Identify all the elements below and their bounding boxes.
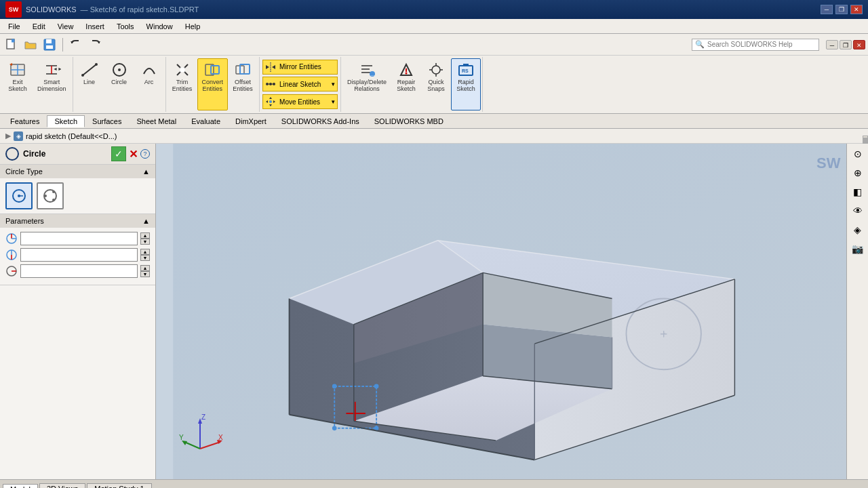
linear-sketch-icon [264,78,277,90]
new-button[interactable] [3,36,20,54]
y-coord-input[interactable]: 0.00 [20,248,138,262]
zoom-fit-button[interactable]: ⊕ [849,164,867,182]
perimeter-circle-button[interactable] [37,182,64,209]
view-orient-button[interactable]: ⊙ [849,145,867,163]
view-3d-button[interactable]: ◈ [849,221,867,239]
tab-sketch[interactable]: Sketch [47,115,85,127]
camera-button[interactable]: 📷 [849,240,867,258]
menu-file[interactable]: File [3,21,26,32]
tab-dimxpert[interactable]: DimXpert [228,115,274,127]
bottom-tabs: Model 3D Views Motion Study 1 [0,479,868,488]
title-file: — Sketch6 of rapid sketch.SLDPRT [81,5,199,14]
sketch-toolbar: ExitSketch ◄► SmartDimension [0,56,868,113]
tab-solidworks-mbd[interactable]: SOLIDWORKS MBD [367,115,451,127]
circle-button[interactable]: Circle [104,58,134,110]
parameters-header[interactable]: Parameters ▲ [0,214,155,228]
hide-show-button[interactable]: 👁 [849,202,867,220]
window-restore[interactable]: ❐ [840,40,852,49]
search-icon: 🔍 [695,40,705,49]
tab-3d-views[interactable]: 3D Views [39,483,85,488]
display-style-button[interactable]: ◧ [849,183,867,201]
radius-spin-up[interactable]: ▲ [140,265,150,271]
menu-window[interactable]: Window [141,21,178,32]
menu-tools[interactable]: Tools [111,21,140,32]
breadcrumb-icon: ◈ [14,131,23,141]
menu-view[interactable]: View [52,21,79,32]
quick-snaps-button[interactable]: QuickSnaps [421,58,451,110]
circle-type-buttons [5,182,150,209]
tab-solidworks-addins[interactable]: SOLIDWORKS Add-Ins [274,115,367,127]
menu-edit[interactable]: Edit [27,21,51,32]
undo-button[interactable] [67,36,85,54]
tab-features[interactable]: Features [3,115,47,127]
x-coord-input[interactable]: 0.00 [20,232,138,245]
radius-spinner[interactable]: ▲ ▼ [140,265,150,277]
svg-point-37 [432,66,440,74]
exit-sketch-button[interactable]: ExitSketch [3,58,33,110]
trim-button[interactable]: TrimEntities [167,58,197,110]
x-spin-down[interactable]: ▼ [140,239,150,245]
svg-rect-18 [180,68,184,72]
offset-button[interactable]: OffsetEntities [228,58,258,110]
arc-button[interactable]: Arc [134,58,164,110]
linear-dropdown-icon[interactable]: ▼ [330,81,336,87]
linear-sketch-button[interactable]: Linear Sketch ▼ [262,77,338,92]
tab-motion-study[interactable]: Motion Study 1 [87,483,151,488]
circle-type-collapse-icon: ▲ [142,167,150,176]
x-spin-up[interactable]: ▲ [140,232,150,239]
y-spin-down[interactable]: ▼ [140,255,150,261]
radius-spin-down[interactable]: ▼ [140,271,150,277]
left-panel: Circle ✓ ✕ ? Circle Type ▲ [0,144,156,479]
tab-evaluate[interactable]: Evaluate [184,115,228,127]
repair-sketch-button[interactable]: RepairSketch [391,58,421,110]
restore-button[interactable]: ❐ [835,5,848,14]
y-spin-up[interactable]: ▲ [140,249,150,255]
sw-watermark: SW [814,149,841,178]
smart-dim-button[interactable]: ◄► SmartDimension [33,58,71,110]
line-button[interactable]: Line [75,58,104,110]
tab-sheet-metal[interactable]: Sheet Metal [129,115,184,127]
accept-button[interactable]: ✓ [111,146,126,161]
3d-viewport-svg [156,144,868,479]
search-input[interactable] [707,39,816,50]
tab-surfaces[interactable]: Surfaces [85,115,129,127]
title-controls[interactable]: ─ ❐ ✕ [821,5,863,14]
display-group: ... Display/DeleteRelations RepairSketch [341,57,483,112]
display-delete-icon: ... [357,60,376,79]
convert-button[interactable]: ConvertEntities [197,58,229,110]
rapid-sketch-label: RapidSketch [456,79,475,93]
move-dropdown-icon[interactable]: ▼ [330,99,336,105]
svg-rect-2 [46,39,52,43]
y-coord-spinner[interactable]: ▲ ▼ [140,249,150,261]
redo-button[interactable] [86,36,104,54]
title-bar: SW SOLIDWORKS — Sketch6 of rapid sketch.… [0,0,868,19]
mirror-button[interactable]: Mirror Entities [262,60,338,75]
tab-model[interactable]: Model [3,484,38,488]
cancel-button[interactable]: ✕ [129,148,138,161]
app-logo: SW [5,1,22,18]
menu-help[interactable]: Help [180,21,206,32]
save-button[interactable] [41,36,58,54]
window-close[interactable]: ✕ [853,40,865,49]
move-entities-button[interactable]: Move Entities ▼ [262,94,338,109]
breadcrumb-expand-icon[interactable]: ▶ [5,131,11,140]
open-button[interactable] [22,36,39,54]
rapid-sketch-button[interactable]: RS RapidSketch [451,58,481,110]
axes-indicator: Z X Y [176,411,224,459]
circle-type-header[interactable]: Circle Type ▲ [0,165,155,178]
help-button[interactable]: ? [140,149,150,159]
center-circle-button[interactable] [5,182,33,209]
x-coord-spinner[interactable]: ▲ ▼ [140,232,150,245]
arc-icon [140,60,159,79]
svg-point-80 [332,426,337,430]
viewport[interactable]: Z X Y ⊙ ⊕ ◧ 👁 ◈ 📷 SW [156,144,868,479]
display-delete-label: Display/DeleteRelations [347,79,387,93]
minimize-button[interactable]: ─ [821,5,833,14]
radius-input[interactable]: 0.00 [20,264,138,278]
line-icon [80,60,99,79]
menu-insert[interactable]: Insert [80,21,110,32]
display-delete-button[interactable]: ... Display/DeleteRelations [342,58,391,110]
window-minimize[interactable]: ─ [826,40,838,49]
close-button[interactable]: ✕ [850,5,863,14]
app-name: SOLIDWORKS [26,5,77,14]
